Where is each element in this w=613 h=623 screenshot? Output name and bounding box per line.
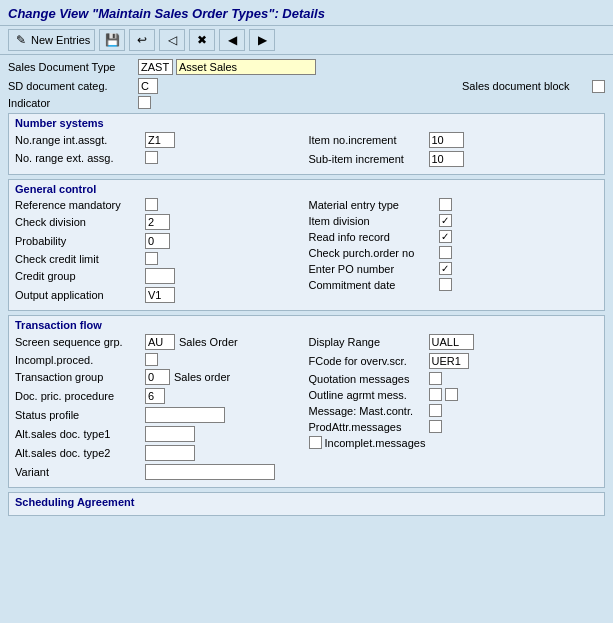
display-range-label: Display Range bbox=[309, 336, 429, 348]
prev-icon: ◀ bbox=[224, 32, 240, 48]
new-entries-label: New Entries bbox=[31, 34, 90, 46]
title-bar: Change View "Maintain Sales Order Types"… bbox=[0, 0, 613, 26]
enter-po-label: Enter PO number bbox=[309, 263, 439, 275]
ref-mandatory-checkbox[interactable] bbox=[145, 198, 158, 211]
display-range-value[interactable] bbox=[429, 334, 474, 350]
output-app-label: Output application bbox=[15, 289, 145, 301]
item-no-incr-label: Item no.increment bbox=[309, 134, 429, 146]
alt-sales1-label: Alt.sales doc. type1 bbox=[15, 428, 145, 440]
alt-sales2-value[interactable] bbox=[145, 445, 195, 461]
general-control-title: General control bbox=[15, 183, 598, 195]
general-control-section: General control Reference mandatory Chec… bbox=[8, 179, 605, 311]
check-division-label: Check division bbox=[15, 216, 145, 228]
scheduling-section: Scheduling Agreement bbox=[8, 492, 605, 516]
item-no-incr-value[interactable] bbox=[429, 132, 464, 148]
commitment-date-checkbox[interactable] bbox=[439, 278, 452, 291]
read-info-label: Read info record bbox=[309, 231, 439, 243]
number-systems-title: Number systems bbox=[15, 117, 598, 129]
trans-group-text: Sales order bbox=[174, 371, 230, 383]
save-icon: 💾 bbox=[104, 32, 120, 48]
check-credit-label: Check credit limit bbox=[15, 253, 145, 265]
sales-doc-block-label: Sales document block bbox=[462, 80, 592, 92]
alt-sales1-value[interactable] bbox=[145, 426, 195, 442]
incomplet-msg-label: Incomplet.messages bbox=[325, 437, 426, 449]
next-icon: ▶ bbox=[254, 32, 270, 48]
outline-agrmt-checkbox1[interactable] bbox=[429, 388, 442, 401]
nav-prev-button[interactable]: ◀ bbox=[219, 29, 245, 51]
no-range-ext-checkbox[interactable] bbox=[145, 151, 158, 164]
quotation-msg-checkbox[interactable] bbox=[429, 372, 442, 385]
alt-sales2-label: Alt.sales doc. type2 bbox=[15, 447, 145, 459]
trans-group-value[interactable] bbox=[145, 369, 170, 385]
incomplet-msg-checkbox[interactable] bbox=[309, 436, 322, 449]
doc-pric-value[interactable] bbox=[145, 388, 165, 404]
check-division-value[interactable] bbox=[145, 214, 170, 230]
doc-pric-label: Doc. pric. procedure bbox=[15, 390, 145, 402]
back-button[interactable]: ◁ bbox=[159, 29, 185, 51]
pencil-icon: ✎ bbox=[13, 32, 29, 48]
sd-doc-categ-label: SD document categ. bbox=[8, 80, 138, 92]
credit-group-value[interactable] bbox=[145, 268, 175, 284]
sales-doc-type-label: Sales Document Type bbox=[8, 61, 138, 73]
sales-doc-type-value[interactable] bbox=[176, 59, 316, 75]
message-mast-label: Message: Mast.contr. bbox=[309, 405, 429, 417]
variant-label: Variant bbox=[15, 466, 145, 478]
save-button[interactable]: 💾 bbox=[99, 29, 125, 51]
check-purch-label: Check purch.order no bbox=[309, 247, 439, 259]
trans-group-label: Transaction group bbox=[15, 371, 145, 383]
incompl-proced-checkbox[interactable] bbox=[145, 353, 158, 366]
item-division-label: Item division bbox=[309, 215, 439, 227]
number-systems-section: Number systems No.range int.assgt. No. r… bbox=[8, 113, 605, 175]
no-range-int-label: No.range int.assgt. bbox=[15, 134, 145, 146]
transaction-flow-title: Transaction flow bbox=[15, 319, 598, 331]
credit-group-label: Credit group bbox=[15, 270, 145, 282]
prodattr-checkbox[interactable] bbox=[429, 420, 442, 433]
indicator-label: Indicator bbox=[8, 97, 138, 109]
material-entry-checkbox[interactable] bbox=[439, 198, 452, 211]
discard-button[interactable]: ↩ bbox=[129, 29, 155, 51]
nav-next-button[interactable]: ▶ bbox=[249, 29, 275, 51]
fcode-value[interactable] bbox=[429, 353, 469, 369]
indicator-checkbox[interactable] bbox=[138, 96, 151, 109]
sales-doc-block-checkbox[interactable] bbox=[592, 80, 605, 93]
screen-seq-label: Screen sequence grp. bbox=[15, 336, 145, 348]
ref-mandatory-label: Reference mandatory bbox=[15, 199, 145, 211]
exit-icon: ✖ bbox=[194, 32, 210, 48]
screen-seq-value[interactable] bbox=[145, 334, 175, 350]
exit-button[interactable]: ✖ bbox=[189, 29, 215, 51]
new-entries-button[interactable]: ✎ New Entries bbox=[8, 29, 95, 51]
transaction-flow-section: Transaction flow Screen sequence grp. Sa… bbox=[8, 315, 605, 488]
message-mast-checkbox[interactable] bbox=[429, 404, 442, 417]
check-credit-checkbox[interactable] bbox=[145, 252, 158, 265]
output-app-value[interactable] bbox=[145, 287, 175, 303]
enter-po-checkbox[interactable] bbox=[439, 262, 452, 275]
discard-icon: ↩ bbox=[134, 32, 150, 48]
screen-seq-text: Sales Order bbox=[179, 336, 238, 348]
no-range-int-value[interactable] bbox=[145, 132, 175, 148]
outline-agrmt-label: Outline agrmt mess. bbox=[309, 389, 429, 401]
status-profile-value[interactable] bbox=[145, 407, 225, 423]
back-icon: ◁ bbox=[164, 32, 180, 48]
prodattr-label: ProdAttr.messages bbox=[309, 421, 429, 433]
fcode-label: FCode for overv.scr. bbox=[309, 355, 429, 367]
sales-doc-type-code[interactable] bbox=[138, 59, 173, 75]
sub-item-incr-label: Sub-item increment bbox=[309, 153, 429, 165]
probability-label: Probability bbox=[15, 235, 145, 247]
no-range-ext-label: No. range ext. assg. bbox=[15, 152, 145, 164]
material-entry-label: Material entry type bbox=[309, 199, 439, 211]
sd-doc-categ-value[interactable] bbox=[138, 78, 158, 94]
sub-item-incr-value[interactable] bbox=[429, 151, 464, 167]
scheduling-title: Scheduling Agreement bbox=[15, 496, 598, 508]
status-profile-label: Status profile bbox=[15, 409, 145, 421]
incompl-proced-label: Incompl.proced. bbox=[15, 354, 145, 366]
outline-agrmt-checkbox2[interactable] bbox=[445, 388, 458, 401]
probability-value[interactable] bbox=[145, 233, 170, 249]
variant-value[interactable] bbox=[145, 464, 275, 480]
quotation-msg-label: Quotation messages bbox=[309, 373, 429, 385]
read-info-checkbox[interactable] bbox=[439, 230, 452, 243]
item-division-checkbox[interactable] bbox=[439, 214, 452, 227]
toolbar: ✎ New Entries 💾 ↩ ◁ ✖ ◀ ▶ bbox=[0, 26, 613, 55]
check-purch-checkbox[interactable] bbox=[439, 246, 452, 259]
page-title: Change View "Maintain Sales Order Types"… bbox=[8, 6, 605, 21]
commitment-date-label: Commitment date bbox=[309, 279, 439, 291]
